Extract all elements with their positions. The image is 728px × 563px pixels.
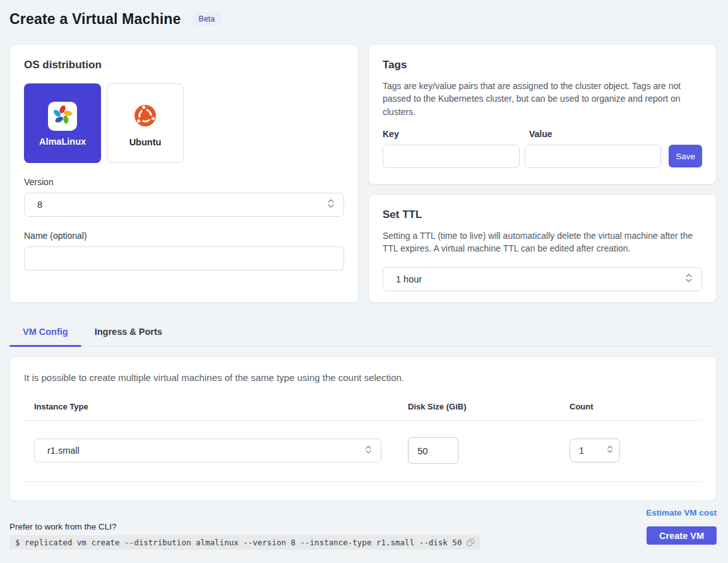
cli-command-box: $ replicated vm create --distribution al… (9, 535, 480, 550)
tags-card-title: Tags (383, 59, 702, 71)
create-vm-button[interactable]: Create VM (647, 526, 717, 545)
os-tile-label-ubuntu: Ubuntu (129, 137, 162, 147)
os-tiles: AlmaLinux (24, 83, 344, 163)
tags-field-labels: Key Value (383, 129, 702, 139)
name-label: Name (optional) (24, 231, 344, 241)
count-stepper[interactable]: 1 (570, 439, 620, 463)
beta-badge: Beta (193, 12, 222, 26)
create-vm-page: Create a Virtual Machine Beta OS distrib… (0, 0, 728, 563)
count-value: 1 (579, 445, 584, 456)
tab-vm-config[interactable]: VM Config (9, 319, 81, 346)
ttl-description: Setting a TTL (time to live) will automa… (383, 229, 702, 255)
vm-config-card: It is possible to create multiple virtua… (9, 356, 717, 501)
instance-type-value: r1.small (47, 445, 80, 456)
cli-prompt-text: Prefer to work from the CLI? (9, 522, 480, 531)
page-footer: Prefer to work from the CLI? $ replicate… (9, 508, 717, 550)
column-header-disk-size: Disk Size (GiB) (398, 402, 559, 411)
chevron-updown-icon (327, 198, 335, 211)
ttl-select-value: 1 hour (396, 274, 422, 284)
cli-command-text: $ replicated vm create --distribution al… (15, 538, 462, 547)
tags-description: Tags are key/value pairs that are assign… (383, 80, 702, 118)
os-tile-label-almalinux: AlmaLinux (39, 136, 86, 147)
os-tile-almalinux[interactable]: AlmaLinux (24, 83, 101, 163)
page-header: Create a Virtual Machine Beta (9, 8, 717, 30)
chevron-updown-icon (365, 445, 372, 457)
tab-ingress-ports[interactable]: Ingress & Ports (81, 319, 176, 346)
almalinux-logo-icon (52, 104, 73, 128)
table-row: r1.small 1 (24, 421, 702, 482)
vm-name-input[interactable] (24, 246, 344, 270)
tag-value-input[interactable] (525, 145, 662, 168)
vm-config-note: It is possible to create multiple virtua… (24, 372, 702, 383)
config-tabs: VM Config Ingress & Ports (9, 319, 717, 346)
cli-section: Prefer to work from the CLI? $ replicate… (9, 522, 480, 550)
tag-value-label: Value (529, 129, 552, 139)
tags-card: Tags Tags are key/value pairs that are a… (368, 44, 717, 185)
version-label: Version (24, 177, 344, 187)
chevron-updown-icon (685, 273, 693, 286)
vm-config-table: Instance Type Disk Size (GiB) Count r1.s… (24, 402, 702, 482)
copy-icon[interactable] (467, 538, 475, 547)
ubuntu-logo-icon (134, 104, 157, 130)
footer-actions: Estimate VM cost Create VM (646, 508, 717, 545)
page-title: Create a Virtual Machine (9, 11, 181, 28)
ttl-card-title: Set TTL (383, 209, 702, 221)
column-header-instance-type: Instance Type (24, 402, 398, 411)
os-tile-ubuntu[interactable]: Ubuntu (107, 83, 184, 163)
set-ttl-card: Set TTL Setting a TTL (time to live) wil… (368, 194, 717, 303)
instance-type-select[interactable]: r1.small (34, 439, 381, 463)
top-grid: OS distribution (9, 44, 717, 303)
column-header-count: Count (559, 402, 702, 411)
ttl-select[interactable]: 1 hour (383, 267, 702, 291)
spinner-updown-icon[interactable] (607, 445, 613, 456)
version-select[interactable]: 8 (24, 193, 344, 217)
ubuntu-logo-box (131, 102, 160, 131)
almalinux-logo-box (48, 102, 77, 131)
version-select-value: 8 (37, 200, 42, 210)
estimate-vm-cost-link[interactable]: Estimate VM cost (646, 508, 717, 518)
tag-key-input[interactable] (383, 145, 520, 168)
os-distribution-card: OS distribution (9, 44, 359, 303)
table-header-row: Instance Type Disk Size (GiB) Count (24, 402, 702, 421)
tags-input-row: Save (383, 145, 702, 168)
tag-key-label: Key (383, 129, 529, 139)
disk-size-input[interactable] (408, 437, 458, 464)
save-tag-button[interactable]: Save (669, 145, 702, 167)
os-card-title: OS distribution (24, 59, 344, 71)
